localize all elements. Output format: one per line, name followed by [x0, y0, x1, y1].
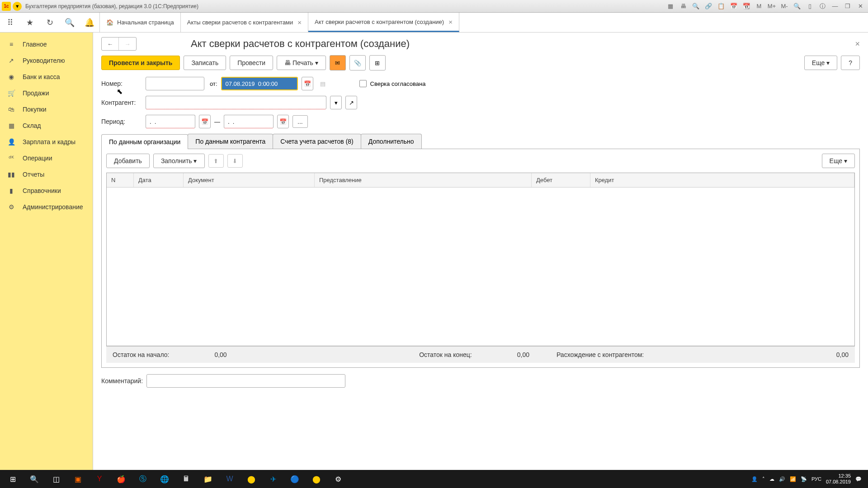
m-icon[interactable]: M — [753, 1, 765, 11]
col-debit[interactable]: Дебет — [532, 173, 590, 187]
app-chrome[interactable]: 🔵 — [284, 470, 306, 488]
tab-close-icon[interactable]: × — [297, 19, 302, 26]
move-up-button[interactable]: ⬆ — [208, 154, 224, 168]
grid-body[interactable] — [107, 188, 854, 346]
open-icon[interactable]: ↗ — [345, 96, 357, 109]
app-1c[interactable]: ⬤ — [241, 470, 262, 488]
app-telegram[interactable]: ✈ — [262, 470, 284, 488]
sidebar-manager[interactable]: ↗Руководителю — [0, 52, 93, 69]
tool-icon[interactable]: ▦ — [665, 1, 676, 11]
tray-people-icon[interactable]: 👤 — [751, 476, 758, 482]
counterparty-input[interactable] — [146, 96, 326, 109]
help-button[interactable]: ? — [841, 56, 860, 70]
app-powerpoint[interactable]: ▣ — [67, 470, 89, 488]
zoom-icon[interactable]: 🔍 — [791, 1, 803, 11]
app-tomato[interactable]: 🍎 — [110, 470, 132, 488]
period-from-input[interactable] — [146, 115, 195, 128]
dropdown-icon[interactable]: ▾ — [13, 2, 22, 11]
sidebar-reports[interactable]: ▮▮Отчеты — [0, 166, 93, 183]
search-icon[interactable]: 🔍 — [60, 13, 80, 33]
app-word[interactable]: W — [219, 470, 241, 488]
date-picker-icon[interactable]: 📅 — [302, 77, 313, 90]
tab-extra[interactable]: Дополнительно — [361, 134, 422, 149]
fill-button[interactable]: Заполнить ▾ — [153, 154, 205, 168]
tray-network-icon[interactable]: 📡 — [801, 476, 807, 482]
number-input[interactable] — [146, 77, 204, 90]
tray-clock[interactable]: 12:35 07.08.2019 — [826, 473, 851, 485]
tab-acts-list[interactable]: Акты сверки расчетов с контрагентами × — [181, 13, 308, 32]
tray-lang[interactable]: РУС — [811, 476, 821, 482]
sidebar-main[interactable]: ≡Главное — [0, 36, 93, 52]
calendar-list-icon[interactable]: ▤ — [317, 77, 329, 90]
m-minus-icon[interactable]: M- — [778, 1, 790, 11]
panel-icon[interactable]: ▯ — [804, 1, 816, 11]
tray-up-icon[interactable]: ˄ — [762, 476, 765, 482]
tab-act-create[interactable]: Акт сверки расчетов с контрагентом (созд… — [308, 13, 459, 32]
nav-back[interactable]: ← — [102, 38, 119, 50]
link-icon[interactable]: 🔗 — [703, 1, 714, 11]
sidebar-salary[interactable]: 👤Зарплата и кадры — [0, 134, 93, 150]
attach-button[interactable]: 📎 — [349, 55, 366, 70]
period-select-button[interactable]: ... — [292, 115, 308, 128]
print-icon[interactable]: 🖶 — [677, 1, 689, 11]
tab-home[interactable]: 🏠 Начальная страница — [99, 13, 181, 32]
sidebar-admin[interactable]: ⚙Администрирование — [0, 199, 93, 215]
app-browser[interactable]: 🌐 — [154, 470, 175, 488]
maximize-icon[interactable]: ❐ — [842, 1, 854, 11]
star-icon[interactable]: ★ — [20, 13, 40, 33]
sidebar-bank[interactable]: ◉Банк и касса — [0, 69, 93, 85]
print-button[interactable]: 🖶 Печать ▾ — [277, 56, 326, 70]
clipboard-icon[interactable]: 📋 — [715, 1, 727, 11]
post-button[interactable]: Провести — [230, 56, 273, 70]
col-doc[interactable]: Документ — [184, 173, 315, 187]
period-to-input[interactable] — [224, 115, 274, 128]
history-icon[interactable]: ↻ — [40, 13, 60, 33]
sidebar-operations[interactable]: ᵈᴷОперации — [0, 150, 93, 166]
post-close-button[interactable]: Провести и закрыть — [101, 56, 180, 70]
calendar-icon[interactable]: 📅 — [728, 1, 740, 11]
tray-cloud-icon[interactable]: ☁ — [769, 476, 774, 482]
date-picker-icon[interactable]: 📅 — [199, 115, 211, 128]
mail-button[interactable]: ✉ — [330, 55, 346, 70]
apps-icon[interactable]: ⠿ — [0, 13, 20, 33]
tray-volume-icon[interactable]: 🔊 — [779, 476, 785, 482]
more-button[interactable]: Еще ▾ — [804, 56, 837, 70]
date-input[interactable] — [221, 77, 298, 90]
close-icon[interactable]: ✕ — [854, 1, 866, 11]
sidebar-warehouse[interactable]: ▦Склад — [0, 117, 93, 134]
tray-wifi-icon[interactable]: 📶 — [790, 476, 796, 482]
tab-contr-data[interactable]: По данным контрагента — [188, 134, 273, 149]
sidebar-purchases[interactable]: 🛍Покупки — [0, 101, 93, 117]
app-settings[interactable]: ⚙ — [327, 470, 349, 488]
sidebar-sales[interactable]: 🛒Продажи — [0, 85, 93, 101]
structure-button[interactable]: ⊞ — [369, 55, 386, 70]
col-n[interactable]: N — [107, 173, 134, 187]
calendar2-icon[interactable]: 📆 — [741, 1, 752, 11]
search-taskbar[interactable]: 🔍 — [24, 470, 45, 488]
tab-accounts[interactable]: Счета учета расчетов (8) — [273, 134, 361, 149]
app-explorer[interactable]: 📁 — [197, 470, 219, 488]
page-close[interactable]: × — [855, 39, 860, 49]
m-plus-icon[interactable]: M+ — [766, 1, 778, 11]
col-credit[interactable]: Кредит — [590, 173, 854, 187]
tray-notifications-icon[interactable]: 💬 — [855, 476, 862, 482]
grid-more-button[interactable]: Еще ▾ — [822, 154, 855, 168]
bell-icon[interactable]: 🔔 — [80, 13, 99, 33]
sidebar-refs[interactable]: ▮Справочники — [0, 183, 93, 199]
start-button[interactable]: ⊞ — [2, 470, 24, 488]
col-date[interactable]: Дата — [134, 173, 184, 187]
add-button[interactable]: Добавить — [106, 154, 150, 168]
nav-forward[interactable]: → — [119, 38, 136, 50]
tab-org-data[interactable]: По данным организации — [101, 134, 188, 149]
comment-input[interactable] — [146, 374, 345, 388]
taskview-icon[interactable]: ◫ — [45, 470, 67, 488]
tab-close-icon[interactable]: × — [448, 18, 453, 26]
dropdown-icon[interactable]: ▾ — [330, 96, 342, 109]
date-picker-icon[interactable]: 📅 — [277, 115, 289, 128]
save-button[interactable]: Записать — [184, 56, 226, 70]
reconciled-checkbox[interactable] — [359, 80, 367, 87]
info-icon[interactable]: ⓘ — [816, 1, 828, 11]
app-yandex[interactable]: Y — [89, 470, 110, 488]
app-1c-2[interactable]: ⬤ — [306, 470, 327, 488]
move-down-button[interactable]: ⬇ — [227, 154, 243, 168]
